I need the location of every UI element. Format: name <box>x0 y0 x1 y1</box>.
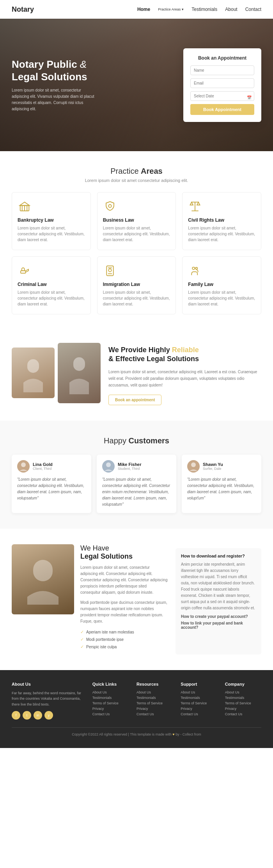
social-twitter[interactable]: t <box>23 711 31 720</box>
footer-link-res-4[interactable]: Contact Us <box>136 712 173 716</box>
svg-rect-16 <box>27 359 39 373</box>
social-linkedin[interactable]: in <box>34 711 42 720</box>
footer-resources-title: Resources <box>136 682 173 686</box>
footer: About Us Far far away, behind the word m… <box>0 670 273 748</box>
footer-col-company: Company About Us Testimonials Terms of S… <box>225 682 261 720</box>
book-appointment-button[interactable]: Book Appointment <box>190 104 254 115</box>
footer-link-res-0[interactable]: About Us <box>136 690 173 694</box>
footer-col-quicklinks: Quick Links About Us Testimonials Terms … <box>92 682 129 720</box>
testimonials-header: Happy Customers <box>12 436 261 445</box>
practice-title-civil: Civil Rights Law <box>188 217 255 223</box>
footer-link-comp-1[interactable]: Testimonials <box>225 696 261 700</box>
footer-link-res-1[interactable]: Testimonials <box>136 696 173 700</box>
nav-practice-areas[interactable]: Practice Areas ▾ <box>158 7 184 11</box>
lawyer-photo-2 <box>58 343 101 403</box>
nav-home[interactable]: Home <box>137 7 150 12</box>
footer-link-sup-3[interactable]: Privacy <box>181 707 217 711</box>
practice-title-business: Business Law <box>103 217 170 223</box>
footer-about-text: Far far away, behind the word mountains,… <box>12 690 85 707</box>
scale-icon <box>188 199 202 213</box>
footer-link-ql-1[interactable]: Testimonials <box>92 696 129 700</box>
reviewer-0: Lina Gold Client, Third <box>17 460 86 473</box>
social-icons: f t in y <box>12 711 85 720</box>
reviewer-role-1: Student, Third <box>118 467 171 471</box>
practice-card-immigration: Immigration Law Lorem ipsum dolor sit am… <box>97 256 176 314</box>
testimonials-grid: Lina Gold Client, Third "Lorem ipsum dol… <box>12 455 261 513</box>
reviewer-name-2: Shawn Yu <box>203 462 256 467</box>
legal-layout: We HaveLegal Solutions Lorem ipsum dolor… <box>12 544 261 655</box>
copyright-text: Copyright ©2022 All rights reserved | Th… <box>72 732 171 736</box>
svg-point-11 <box>108 269 112 272</box>
faq-box: How to download and register? Anim perci… <box>176 548 261 655</box>
practice-card-family: Family Law Lorem ipsum dolor sit amet, c… <box>182 256 261 314</box>
date-input-wrapper: 📅 <box>190 91 254 104</box>
footer-link-comp-2[interactable]: Terms of Service <box>225 701 261 705</box>
reliable-section: We Provide Highly Reliable & Effective L… <box>0 330 273 421</box>
practice-title-criminal: Criminal Law <box>18 282 85 287</box>
svg-point-15 <box>196 267 198 269</box>
svg-point-19 <box>106 462 111 467</box>
legal-section: We HaveLegal Solutions Lorem ipsum dolor… <box>0 529 273 670</box>
social-facebook[interactable]: f <box>12 711 20 720</box>
legal-list-item-0: ✓Aperiam iste nam molestias <box>80 628 168 636</box>
footer-link-res-3[interactable]: Privacy <box>136 707 173 711</box>
credit-text: by - Collect from <box>176 732 201 736</box>
nav-about[interactable]: About <box>225 7 237 12</box>
hero-subtitle: Lorem ipsum dolor sit amet, consectetur … <box>12 87 98 112</box>
booking-title: Book an Appointment <box>190 55 254 61</box>
footer-link-sup-4[interactable]: Contact Us <box>181 712 217 716</box>
reliable-appointment-button[interactable]: Book an appointment <box>108 395 161 405</box>
faq-link-2[interactable]: How to link your paypal and bank account… <box>181 621 256 630</box>
footer-link-ql-2[interactable]: Terms of Service <box>92 701 129 705</box>
footer-link-ql-0[interactable]: About Us <box>92 690 129 694</box>
practice-title-immigration: Immigration Law <box>103 282 170 287</box>
booking-date-input[interactable] <box>190 91 254 101</box>
footer-link-res-2[interactable]: Terms of Service <box>136 701 173 705</box>
booking-email-input[interactable] <box>190 78 254 88</box>
hero-content: Notary Public & Legal Solutions Lorem ip… <box>0 58 183 112</box>
svg-rect-21 <box>33 560 53 581</box>
legal-list-item-1: ✓Modi porttentode ipse <box>80 636 168 643</box>
reviewer-info-2: Shawn Yu Surfer, Dale <box>203 462 256 471</box>
hero-title: Notary Public & Legal Solutions <box>12 58 172 83</box>
footer-link-ql-4[interactable]: Contact Us <box>92 712 129 716</box>
bank-icon <box>18 199 32 213</box>
faq-text: Anim perciur iste reprehenderit, anim il… <box>181 561 256 611</box>
footer-quicklinks-title: Quick Links <box>92 682 129 686</box>
svg-rect-17 <box>73 357 85 371</box>
testimonial-card-1: Mike Fisher Student, Third "Lorem ipsum … <box>97 455 176 513</box>
footer-support-title: Support <box>181 682 217 686</box>
footer-link-ql-3[interactable]: Privacy <box>92 707 129 711</box>
reviewer-1: Mike Fisher Student, Third <box>102 460 171 473</box>
testimonials-section: Happy Customers Lina Gold Client, Third … <box>0 421 273 529</box>
legal-title: We HaveLegal Solutions <box>80 544 168 561</box>
footer-link-comp-3[interactable]: Privacy <box>225 707 261 711</box>
booking-name-input[interactable] <box>190 65 254 75</box>
reliable-desc: Lorem ipsum dolor sit amet, consectetur … <box>108 369 261 388</box>
practice-desc-civil: Lorem ipsum dolor sit amet, consectetur … <box>188 225 255 243</box>
practice-grid: Bankruptcy Law Lorem ipsum dolor sit ame… <box>12 192 261 314</box>
avatar-0 <box>17 460 30 473</box>
practice-card-criminal: Criminal Law Lorem ipsum dolor sit amet,… <box>12 256 91 314</box>
practice-title: Practice Areas <box>12 167 261 176</box>
footer-link-comp-4[interactable]: Contact Us <box>225 712 261 716</box>
legal-image-content: We HaveLegal Solutions Lorem ipsum dolor… <box>12 544 168 655</box>
family-icon <box>188 264 202 278</box>
practice-desc-bankruptcy: Lorem ipsum dolor sit amet, consectetur … <box>18 225 85 243</box>
footer-link-sup-0[interactable]: About Us <box>181 690 217 694</box>
nav-testimonials[interactable]: Testimonials <box>191 7 217 12</box>
nav-contact[interactable]: Contact <box>245 7 261 12</box>
practice-subtitle: Lorem ipsum dolor sit amet consectetur a… <box>12 178 261 183</box>
avatar-1 <box>102 460 115 473</box>
footer-link-sup-2[interactable]: Terms of Service <box>181 701 217 705</box>
faq-link-1[interactable]: How to create your paypal account? <box>181 614 256 619</box>
legal-desc1: Lorem ipsum dolor sit amet, consectetur … <box>80 565 168 596</box>
practice-desc-immigration: Lorem ipsum dolor sit amet, consectetur … <box>103 289 170 307</box>
site-logo[interactable]: Notary <box>12 5 34 14</box>
footer-link-comp-0[interactable]: About Us <box>225 690 261 694</box>
practice-section: Practice Areas Lorem ipsum dolor sit ame… <box>0 151 273 330</box>
social-youtube[interactable]: y <box>44 711 53 720</box>
legal-photo <box>12 544 74 614</box>
footer-link-sup-1[interactable]: Testimonials <box>181 696 217 700</box>
reviewer-info-1: Mike Fisher Student, Third <box>118 462 171 471</box>
